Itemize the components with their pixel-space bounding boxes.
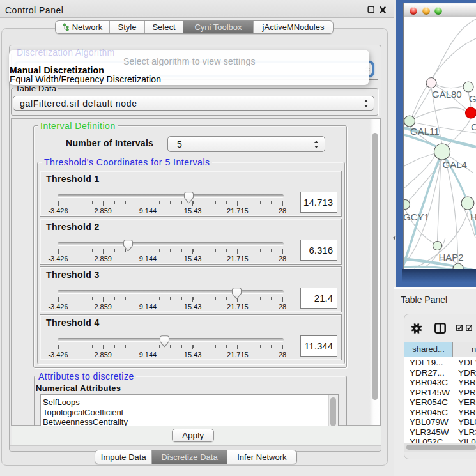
svg-text:GAL80: GAL80 <box>432 89 462 100</box>
svg-text:GA: GA <box>469 93 476 104</box>
svg-text:H: H <box>470 211 476 222</box>
svg-text:HAP2: HAP2 <box>439 252 464 263</box>
svg-text:GCY1: GCY1 <box>404 211 429 222</box>
svg-text:C: C <box>471 121 476 132</box>
svg-text:GAL4: GAL4 <box>443 159 467 170</box>
svg-text:GAL11: GAL11 <box>410 126 440 137</box>
